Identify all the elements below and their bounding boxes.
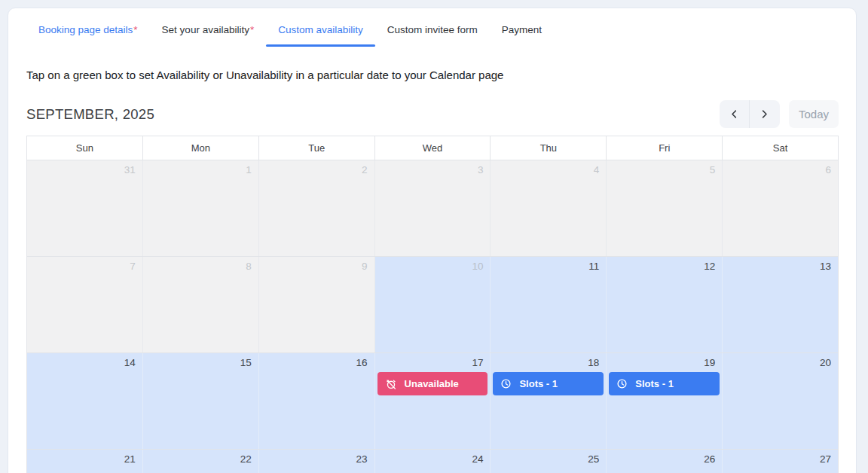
calendar-week-row: 78910111213	[27, 256, 838, 352]
day-cell-31: 31	[27, 160, 143, 256]
date-number: 27	[723, 450, 838, 465]
calendar: SunMonTueWedThuFriSat 311234567891011121…	[26, 136, 839, 473]
day-header-fri: Fri	[607, 136, 723, 160]
tab-label: Booking page details	[38, 24, 133, 35]
day-cell-14[interactable]: 14	[27, 353, 143, 449]
date-number: 10	[375, 257, 491, 272]
day-header-mon: Mon	[143, 136, 259, 160]
date-number: 22	[143, 450, 258, 465]
event-badge-unavailable[interactable]: Unavailable	[377, 372, 488, 395]
day-cell-15[interactable]: 15	[143, 353, 259, 449]
tab-label: Custom invitee form	[387, 24, 478, 35]
calendar-week-row: 21222324252627	[27, 449, 838, 473]
date-number: 18	[491, 353, 606, 368]
event-badge-slots[interactable]: Slots - 1	[493, 372, 604, 395]
calendar-grid: 311234567891011121314151617Unavailable18…	[27, 160, 838, 473]
today-button[interactable]: Today	[789, 100, 839, 128]
day-cell-4: 4	[491, 160, 607, 256]
date-number: 8	[143, 257, 258, 272]
day-cell-25[interactable]: 25	[491, 450, 607, 473]
date-number: 13	[723, 257, 838, 272]
date-number: 31	[27, 160, 142, 175]
day-cell-7: 7	[27, 257, 143, 352]
day-cell-18[interactable]: 18Slots - 1	[491, 353, 607, 449]
date-number: 15	[143, 353, 258, 368]
date-number: 23	[259, 450, 374, 465]
tab-custom-invitee-form[interactable]: Custom invitee form	[375, 17, 490, 47]
date-number: 6	[723, 160, 838, 175]
date-number: 17	[375, 353, 491, 368]
day-header-sun: Sun	[27, 136, 143, 160]
day-cell-21[interactable]: 21	[27, 450, 143, 473]
date-number: 19	[607, 353, 722, 368]
day-header-sat: Sat	[723, 136, 838, 160]
day-cell-23[interactable]: 23	[259, 450, 375, 473]
day-cell-17[interactable]: 17Unavailable	[375, 353, 491, 449]
day-cell-2: 2	[259, 160, 375, 256]
date-number: 2	[259, 160, 374, 175]
tab-label: Custom availability	[278, 24, 363, 35]
date-number: 4	[491, 160, 606, 175]
day-cell-11[interactable]: 11	[491, 257, 607, 352]
next-month-button[interactable]	[750, 100, 780, 128]
event-label: Unavailable	[405, 378, 459, 389]
calendar-week-row: 31123456	[27, 160, 838, 256]
event-badge-slots[interactable]: Slots - 1	[609, 372, 720, 395]
clock-icon	[616, 378, 628, 389]
date-number: 11	[491, 257, 606, 272]
required-asterisk: *	[250, 24, 254, 35]
date-number: 26	[607, 450, 722, 465]
day-cell-16[interactable]: 16	[259, 353, 375, 449]
day-cell-26[interactable]: 26	[607, 450, 723, 473]
date-number: 21	[27, 450, 142, 465]
event-label: Slots - 1	[519, 378, 558, 389]
tab-payment[interactable]: Payment	[490, 17, 554, 47]
day-cell-19[interactable]: 19Slots - 1	[607, 353, 723, 449]
date-number: 25	[491, 450, 606, 465]
date-number: 3	[375, 160, 491, 175]
day-cell-6: 6	[723, 160, 838, 256]
day-header-thu: Thu	[491, 136, 607, 160]
date-number: 5	[607, 160, 722, 175]
tab-label: Set your availability	[162, 24, 249, 35]
date-number: 9	[259, 257, 374, 272]
calendar-toolbar: SEPTEMBER, 2025 Today	[26, 100, 839, 128]
day-cell-1: 1	[143, 160, 259, 256]
month-label: SEPTEMBER, 2025	[26, 106, 154, 123]
day-header-tue: Tue	[259, 136, 375, 160]
day-cell-20[interactable]: 20	[723, 353, 838, 449]
date-number: 20	[723, 353, 838, 368]
date-number: 1	[143, 160, 258, 175]
chevron-right-icon	[759, 108, 770, 120]
instruction-text: Tap on a green box to set Availability o…	[26, 69, 838, 81]
calendar-nav: Today	[720, 100, 839, 128]
date-number: 16	[259, 353, 374, 368]
prev-month-button[interactable]	[720, 100, 750, 128]
date-number: 14	[27, 353, 142, 368]
tabs-bar: Booking page details*Set your availabili…	[8, 8, 856, 47]
tab-custom-availability[interactable]: Custom availability	[266, 17, 375, 47]
tab-set-your-availability[interactable]: Set your availability*	[150, 17, 267, 47]
day-header-wed: Wed	[375, 136, 491, 160]
alarm-off-icon	[385, 378, 397, 390]
day-cell-3: 3	[375, 160, 491, 256]
required-asterisk: *	[133, 24, 137, 35]
day-cell-8: 8	[143, 257, 259, 352]
date-number: 12	[607, 257, 722, 272]
event-label: Slots - 1	[635, 378, 674, 389]
day-cell-24[interactable]: 24	[375, 450, 491, 473]
calendar-day-headers: SunMonTueWedThuFriSat	[27, 136, 838, 160]
calendar-week-row: 14151617Unavailable18Slots - 119Slots - …	[27, 352, 838, 449]
day-cell-27[interactable]: 27	[723, 450, 838, 473]
day-cell-13[interactable]: 13	[723, 257, 838, 352]
tab-booking-page-details[interactable]: Booking page details*	[26, 17, 150, 47]
day-cell-9: 9	[259, 257, 375, 352]
chevron-left-icon	[729, 108, 740, 120]
date-number: 7	[27, 257, 142, 272]
day-cell-12[interactable]: 12	[607, 257, 723, 352]
day-cell-10[interactable]: 10	[375, 257, 491, 352]
day-cell-22[interactable]: 22	[143, 450, 259, 473]
tab-label: Payment	[502, 24, 542, 35]
day-cell-5: 5	[607, 160, 723, 256]
date-number: 24	[375, 450, 491, 465]
